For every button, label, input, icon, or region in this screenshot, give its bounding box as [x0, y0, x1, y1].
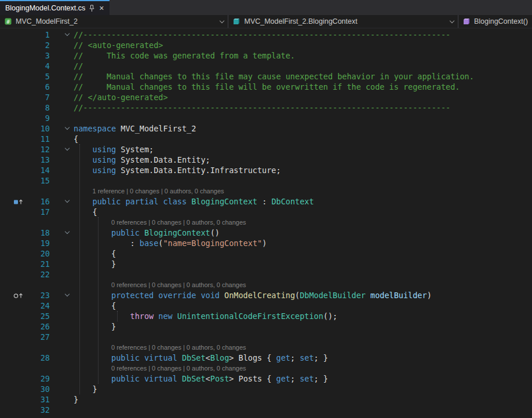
code-line-19: 19 : base("name=BlogingContext")	[0, 238, 532, 248]
glyph-margin	[0, 248, 27, 259]
line-number: 31	[27, 394, 50, 405]
glyph-margin	[0, 321, 27, 332]
codelens-text[interactable]: 0 references | 0 changes | 0 authors, 0 …	[74, 217, 532, 228]
glyph-margin	[0, 134, 27, 144]
svg-text:#: #	[6, 19, 10, 25]
code-editor[interactable]: 1//-------------------------------------…	[0, 28, 532, 418]
code-text: // </auto-generated>	[74, 92, 532, 102]
chevron-down-icon	[450, 18, 454, 23]
code-text	[74, 113, 532, 123]
glyph-margin	[0, 405, 27, 415]
glyph-margin	[0, 259, 27, 269]
line-number: 29	[27, 373, 50, 384]
code-line-1: 1//-------------------------------------…	[0, 30, 532, 40]
line-number	[27, 217, 50, 228]
codelens-row: 0 references | 0 changes | 0 authors, 0 …	[0, 342, 532, 353]
tab-blogingmodel-context[interactable]: BlogingModel.Context.cs ×	[0, 0, 110, 15]
code-line-30: 30 }	[0, 384, 532, 394]
glyph-margin	[0, 30, 27, 40]
close-icon[interactable]: ×	[99, 4, 104, 12]
fold-gutter	[61, 259, 74, 269]
code-text: // Manual changes to this file will be o…	[74, 82, 532, 92]
code-text: }	[74, 384, 532, 394]
code-line-20: 20 {	[0, 248, 532, 259]
codelens-text[interactable]: 0 references | 0 changes | 0 authors, 0 …	[74, 363, 532, 373]
code-line-5: 5// Manual changes to this file may caus…	[0, 71, 532, 82]
glyph-margin	[0, 207, 27, 217]
pin-icon[interactable]	[89, 5, 94, 12]
fold-chevron[interactable]	[61, 123, 74, 134]
codelens-text[interactable]: 0 references | 0 changes | 0 authors, 0 …	[74, 342, 532, 353]
code-text: //--------------------------------------…	[74, 30, 532, 40]
line-number: 19	[27, 238, 50, 248]
glyph-margin	[0, 186, 27, 196]
code-text: using System;	[74, 144, 532, 155]
fold-chevron[interactable]	[61, 144, 74, 155]
code-line-10: 10namespace MVC_ModelFirst_2	[0, 123, 532, 134]
code-text: // Manual changes to this file may cause…	[74, 71, 532, 82]
fold-gutter	[61, 175, 74, 186]
fold-chevron[interactable]	[61, 290, 74, 300]
fold-gutter	[61, 238, 74, 248]
glyph-margin	[0, 71, 27, 82]
line-number: 7	[27, 92, 50, 102]
csharp-project-icon: #	[4, 17, 12, 25]
line-number: 3	[27, 50, 50, 61]
fold-chevron[interactable]	[61, 228, 74, 238]
fold-gutter	[61, 217, 74, 228]
line-number: 25	[27, 311, 50, 321]
code-line-28: 28 public virtual DbSet<Blog> Blogs { ge…	[0, 353, 532, 363]
code-text: {	[74, 300, 532, 311]
code-text: }	[74, 259, 532, 269]
code-text: namespace MVC_ModelFirst_2	[74, 123, 532, 134]
project-dropdown-label: MVC_ModelFirst_2	[16, 17, 78, 25]
glyph-margin	[0, 113, 27, 123]
line-number: 13	[27, 155, 50, 165]
fold-chevron[interactable]	[61, 30, 74, 40]
line-number: 30	[27, 384, 50, 394]
codelens-text[interactable]: 0 references | 0 changes | 0 authors, 0 …	[74, 280, 532, 290]
glyph-margin	[0, 373, 27, 384]
code-text: //	[74, 61, 532, 71]
glyph-margin	[0, 102, 27, 113]
code-line-9: 9	[0, 113, 532, 123]
fold-chevron[interactable]	[61, 196, 74, 207]
line-number: 24	[27, 300, 50, 311]
member-dropdown[interactable]: BlogingContext()	[458, 15, 532, 28]
code-line-25: 25 throw new UnintentionalCodeFirstExcep…	[0, 311, 532, 321]
code-text: // This code was generated from a templa…	[74, 50, 532, 61]
glyph-margin	[0, 269, 27, 280]
code-line-27: 27	[0, 332, 532, 342]
glyph-margin	[0, 238, 27, 248]
fold-gutter	[61, 300, 74, 311]
line-number: 10	[27, 123, 50, 134]
glyph-margin	[0, 92, 27, 102]
chevron-down-icon	[220, 18, 224, 23]
inherits-margin-icon[interactable]	[0, 196, 27, 207]
codelens-text[interactable]: 1 reference | 0 changes | 0 authors, 0 c…	[74, 186, 532, 196]
glyph-margin	[0, 311, 27, 321]
code-text: : base("name=BlogingContext")	[74, 238, 532, 248]
fold-gutter	[61, 394, 74, 405]
glyph-margin	[0, 300, 27, 311]
fold-gutter	[61, 155, 74, 165]
glyph-margin	[0, 384, 27, 394]
line-number: 21	[27, 259, 50, 269]
code-text: //--------------------------------------…	[74, 102, 532, 113]
code-text	[74, 332, 532, 342]
project-dropdown[interactable]: # MVC_ModelFirst_2	[0, 15, 228, 28]
line-number: 23	[27, 290, 50, 300]
fold-gutter	[61, 61, 74, 71]
code-line-31: 31}	[0, 394, 532, 405]
code-text	[74, 269, 532, 280]
line-number: 26	[27, 321, 50, 332]
line-number: 17	[27, 207, 50, 217]
code-line-8: 8//-------------------------------------…	[0, 102, 532, 113]
code-line-11: 11{	[0, 134, 532, 144]
codelens-row: 0 references | 0 changes | 0 authors, 0 …	[0, 280, 532, 290]
type-dropdown[interactable]: MVC_ModelFirst_2.BlogingContext	[228, 15, 458, 28]
code-text: public virtual DbSet<Post> Posts { get; …	[74, 373, 532, 384]
line-number: 14	[27, 165, 50, 175]
code-line-29: 29 public virtual DbSet<Post> Posts { ge…	[0, 373, 532, 384]
overrides-margin-icon[interactable]	[0, 290, 27, 300]
